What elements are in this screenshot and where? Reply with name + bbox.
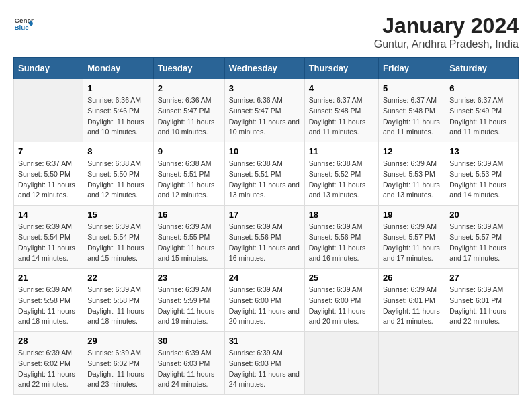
day-number: 19	[383, 210, 441, 220]
day-info: Sunrise: 6:39 AMSunset: 6:02 PMDaylight:…	[18, 348, 79, 390]
week-row-5: 28Sunrise: 6:39 AMSunset: 6:02 PMDayligh…	[14, 332, 519, 395]
day-info: Sunrise: 6:39 AMSunset: 5:54 PMDaylight:…	[18, 222, 79, 264]
subtitle: Guntur, Andhra Pradesh, India	[374, 38, 519, 50]
day-cell: 31Sunrise: 6:39 AMSunset: 6:03 PMDayligh…	[224, 332, 304, 395]
day-number: 17	[229, 210, 300, 220]
day-number: 9	[158, 146, 220, 156]
day-info: Sunrise: 6:39 AMSunset: 6:01 PMDaylight:…	[383, 285, 441, 327]
day-number: 28	[18, 336, 79, 346]
day-cell: 23Sunrise: 6:39 AMSunset: 5:59 PMDayligh…	[153, 269, 224, 332]
day-cell	[379, 332, 445, 395]
svg-text:Blue: Blue	[15, 24, 30, 31]
day-info: Sunrise: 6:39 AMSunset: 5:56 PMDaylight:…	[309, 222, 374, 264]
day-header-monday: Monday	[83, 58, 154, 79]
week-row-1: 1Sunrise: 6:36 AMSunset: 5:46 PMDaylight…	[14, 79, 519, 142]
day-cell: 19Sunrise: 6:39 AMSunset: 5:57 PMDayligh…	[379, 205, 445, 269]
day-number: 2	[158, 83, 220, 93]
day-number: 12	[383, 146, 441, 156]
day-number: 20	[449, 210, 514, 220]
day-number: 23	[158, 273, 220, 283]
day-cell: 16Sunrise: 6:39 AMSunset: 5:55 PMDayligh…	[153, 205, 224, 269]
day-number: 4	[309, 83, 374, 93]
day-info: Sunrise: 6:39 AMSunset: 5:53 PMDaylight:…	[449, 158, 514, 201]
day-number: 13	[449, 146, 514, 156]
day-number: 7	[18, 146, 79, 156]
calendar-table: SundayMondayTuesdayWednesdayThursdayFrid…	[13, 57, 519, 395]
day-info: Sunrise: 6:39 AMSunset: 6:03 PMDaylight:…	[158, 348, 220, 390]
day-cell: 24Sunrise: 6:39 AMSunset: 6:00 PMDayligh…	[224, 269, 304, 332]
day-cell: 30Sunrise: 6:39 AMSunset: 6:03 PMDayligh…	[153, 332, 224, 395]
day-number: 25	[309, 273, 374, 283]
day-header-tuesday: Tuesday	[153, 58, 224, 79]
day-cell: 17Sunrise: 6:39 AMSunset: 5:56 PMDayligh…	[224, 205, 304, 269]
day-cell	[445, 332, 519, 395]
day-cell: 20Sunrise: 6:39 AMSunset: 5:57 PMDayligh…	[445, 205, 519, 269]
day-number: 27	[449, 273, 514, 283]
day-number: 30	[158, 336, 220, 346]
day-cell: 7Sunrise: 6:37 AMSunset: 5:50 PMDaylight…	[14, 142, 83, 205]
day-info: Sunrise: 6:38 AMSunset: 5:51 PMDaylight:…	[158, 158, 220, 201]
day-info: Sunrise: 6:39 AMSunset: 5:59 PMDaylight:…	[158, 285, 220, 327]
day-info: Sunrise: 6:36 AMSunset: 5:47 PMDaylight:…	[229, 95, 300, 138]
day-cell: 2Sunrise: 6:36 AMSunset: 5:47 PMDaylight…	[153, 79, 224, 142]
day-cell: 13Sunrise: 6:39 AMSunset: 5:53 PMDayligh…	[445, 142, 519, 205]
day-cell	[304, 332, 378, 395]
day-info: Sunrise: 6:39 AMSunset: 6:03 PMDaylight:…	[229, 348, 300, 390]
week-row-3: 14Sunrise: 6:39 AMSunset: 5:54 PMDayligh…	[14, 205, 519, 269]
day-cell: 12Sunrise: 6:39 AMSunset: 5:53 PMDayligh…	[379, 142, 445, 205]
day-info: Sunrise: 6:39 AMSunset: 5:58 PMDaylight:…	[87, 285, 149, 327]
day-number: 3	[229, 83, 300, 93]
main-title: January 2024	[374, 13, 519, 38]
day-header-thursday: Thursday	[304, 58, 378, 79]
day-cell: 6Sunrise: 6:37 AMSunset: 5:49 PMDaylight…	[445, 79, 519, 142]
day-number: 10	[229, 146, 300, 156]
day-cell	[14, 79, 83, 142]
day-cell: 18Sunrise: 6:39 AMSunset: 5:56 PMDayligh…	[304, 205, 378, 269]
day-info: Sunrise: 6:37 AMSunset: 5:50 PMDaylight:…	[18, 158, 79, 201]
day-number: 11	[309, 146, 374, 156]
day-info: Sunrise: 6:39 AMSunset: 6:02 PMDaylight:…	[87, 348, 149, 390]
day-cell: 22Sunrise: 6:39 AMSunset: 5:58 PMDayligh…	[83, 269, 154, 332]
day-number: 6	[449, 83, 514, 93]
day-info: Sunrise: 6:38 AMSunset: 5:50 PMDaylight:…	[87, 158, 149, 201]
day-cell: 26Sunrise: 6:39 AMSunset: 6:01 PMDayligh…	[379, 269, 445, 332]
day-number: 29	[87, 336, 149, 346]
day-number: 5	[383, 83, 441, 93]
day-number: 22	[87, 273, 149, 283]
day-info: Sunrise: 6:37 AMSunset: 5:49 PMDaylight:…	[449, 95, 514, 138]
day-number: 8	[87, 146, 149, 156]
day-cell: 14Sunrise: 6:39 AMSunset: 5:54 PMDayligh…	[14, 205, 83, 269]
day-cell: 1Sunrise: 6:36 AMSunset: 5:46 PMDaylight…	[83, 79, 154, 142]
day-info: Sunrise: 6:36 AMSunset: 5:46 PMDaylight:…	[87, 95, 149, 138]
day-info: Sunrise: 6:39 AMSunset: 5:56 PMDaylight:…	[229, 222, 300, 264]
day-cell: 9Sunrise: 6:38 AMSunset: 5:51 PMDaylight…	[153, 142, 224, 205]
day-info: Sunrise: 6:39 AMSunset: 5:54 PMDaylight:…	[87, 222, 149, 264]
day-number: 1	[87, 83, 149, 93]
logo: General Blue	[13, 13, 34, 34]
day-info: Sunrise: 6:39 AMSunset: 5:55 PMDaylight:…	[158, 222, 220, 264]
day-info: Sunrise: 6:37 AMSunset: 5:48 PMDaylight:…	[309, 95, 374, 138]
day-header-wednesday: Wednesday	[224, 58, 304, 79]
day-header-sunday: Sunday	[14, 58, 83, 79]
day-header-row: SundayMondayTuesdayWednesdayThursdayFrid…	[14, 58, 519, 79]
calendar-header: SundayMondayTuesdayWednesdayThursdayFrid…	[14, 58, 519, 79]
day-number: 31	[229, 336, 300, 346]
day-cell: 8Sunrise: 6:38 AMSunset: 5:50 PMDaylight…	[83, 142, 154, 205]
day-cell: 29Sunrise: 6:39 AMSunset: 6:02 PMDayligh…	[83, 332, 154, 395]
day-number: 21	[18, 273, 79, 283]
day-cell: 28Sunrise: 6:39 AMSunset: 6:02 PMDayligh…	[14, 332, 83, 395]
day-info: Sunrise: 6:39 AMSunset: 5:57 PMDaylight:…	[383, 222, 441, 264]
day-cell: 25Sunrise: 6:39 AMSunset: 6:00 PMDayligh…	[304, 269, 378, 332]
day-info: Sunrise: 6:39 AMSunset: 5:53 PMDaylight:…	[383, 158, 441, 201]
day-number: 26	[383, 273, 441, 283]
day-header-friday: Friday	[379, 58, 445, 79]
day-info: Sunrise: 6:39 AMSunset: 6:01 PMDaylight:…	[449, 285, 514, 327]
day-number: 24	[229, 273, 300, 283]
day-info: Sunrise: 6:39 AMSunset: 6:00 PMDaylight:…	[309, 285, 374, 327]
day-cell: 15Sunrise: 6:39 AMSunset: 5:54 PMDayligh…	[83, 205, 154, 269]
header: General Blue January 2024 Guntur, Andhra…	[13, 13, 519, 50]
day-info: Sunrise: 6:39 AMSunset: 6:00 PMDaylight:…	[229, 285, 300, 327]
day-cell: 10Sunrise: 6:38 AMSunset: 5:51 PMDayligh…	[224, 142, 304, 205]
day-number: 15	[87, 210, 149, 220]
day-number: 18	[309, 210, 374, 220]
